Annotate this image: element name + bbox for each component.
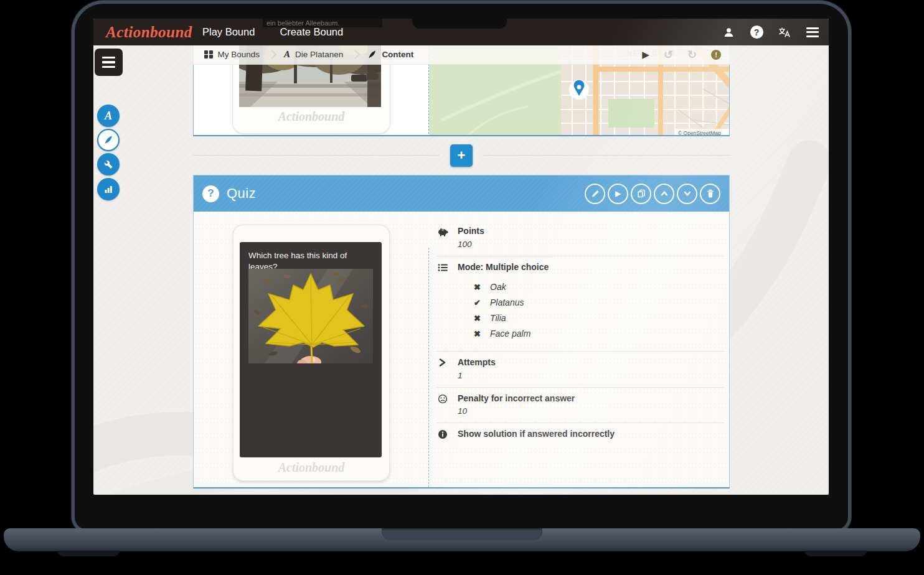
rail-bound-button[interactable]: A (97, 105, 120, 127)
points-value: 100 (458, 240, 484, 249)
rail-settings-button[interactable] (97, 153, 120, 175)
breadcrumb-my-bounds[interactable]: My Bounds (204, 50, 260, 59)
leaf-photo (248, 269, 373, 363)
quiz-details: Points 100 Mode: Multiple choice (436, 220, 724, 447)
user-icon[interactable] (721, 25, 736, 40)
bar-chart-icon (104, 185, 113, 194)
laptop-mockup: ein beliebter Alleebaum. Actionbound Pla… (0, 0, 924, 575)
attempts-value: 1 (458, 371, 496, 380)
chevron-down-icon (683, 189, 692, 198)
feather-icon (103, 135, 113, 145)
list-icon (436, 262, 455, 345)
penalty-label: Penalty for incorrect answer (458, 393, 575, 404)
attempts-label: Attempts (458, 357, 496, 368)
delete-button[interactable] (700, 184, 720, 204)
add-element-button[interactable]: + (450, 144, 473, 167)
quiz-header: ? Quiz ▶ (194, 175, 729, 212)
undo-button[interactable]: ↺ (664, 49, 673, 60)
points-row: Points 100 (436, 220, 724, 256)
solution-row: Show solution if answered incorrectly (436, 423, 724, 447)
app-screen: ein beliebter Alleebaum. Actionbound Pla… (93, 19, 829, 495)
edit-button[interactable] (585, 184, 605, 204)
breadcrumb: My Bounds A Die Platanen Content ▶ ↺ ↻ ! (193, 45, 730, 65)
divider-line (193, 155, 440, 156)
navbar-icons: ? (721, 19, 820, 45)
quiz-phone-preview: Which tree has this kind of leaves? (233, 225, 390, 481)
divider-line (483, 155, 730, 156)
quiz-type-icon: ? (202, 185, 219, 202)
help-icon[interactable]: ? (749, 25, 764, 40)
preview-play-button[interactable]: ▶ (642, 50, 649, 59)
laptop-foot (804, 551, 867, 556)
phone-watermark: Actionbound (233, 460, 389, 475)
move-up-button[interactable] (654, 184, 674, 204)
preview-detail-divider (428, 248, 429, 487)
actionbound-a-icon: A (105, 110, 112, 123)
grid-icon (204, 50, 213, 59)
answer-option: ✖ Face palm (474, 329, 549, 339)
laptop-base-notch (382, 528, 542, 540)
main-menu: Play Bound Create Bound (202, 19, 343, 45)
duplicate-button[interactable] (631, 184, 651, 204)
quiz-actions: ▶ (585, 184, 720, 204)
chevron-right-icon (436, 357, 455, 380)
chevron-up-icon (660, 189, 669, 198)
solution-label: Show solution if answered incorrectly (458, 429, 615, 440)
play-button[interactable]: ▶ (608, 184, 628, 204)
laptop-base (4, 528, 920, 551)
menu-create-bound[interactable]: Create Bound (280, 26, 343, 38)
phone-screen: Which tree has this kind of leaves? (240, 242, 382, 457)
actionbound-a-icon: A (284, 49, 290, 60)
trash-icon (706, 189, 715, 198)
rail-content-button[interactable] (97, 129, 120, 151)
points-label: Points (458, 226, 484, 237)
redo-button[interactable]: ↻ (687, 49, 697, 60)
answer-option: ✖ Oak (474, 282, 549, 292)
attempts-row: Attempts 1 (436, 352, 724, 388)
wrench-icon (104, 160, 113, 169)
quiz-body: Which tree has this kind of leaves? (194, 212, 729, 487)
penalty-row: Penalty for incorrect answer 10 (436, 388, 724, 424)
chevron-separator-icon (351, 50, 361, 60)
wrong-mark-icon: ✖ (474, 314, 483, 323)
laptop-foot (57, 551, 120, 556)
camera-notch (412, 19, 507, 29)
menu-play-bound[interactable]: Play Bound (202, 26, 255, 38)
breadcrumb-content[interactable]: Content (367, 50, 413, 59)
play-icon: ▶ (615, 190, 621, 197)
copy-icon (637, 189, 646, 198)
chevron-separator-icon (267, 50, 277, 60)
actionbound-logo[interactable]: Actionbound (106, 19, 192, 45)
map-attribution: © OpenStreetMap (678, 130, 721, 136)
warning-icon[interactable]: ! (711, 50, 721, 60)
mode-label: Mode: Multiple choice (458, 262, 549, 273)
move-down-button[interactable] (677, 184, 697, 204)
wrong-mark-icon: ✖ (474, 283, 483, 292)
penalty-value: 10 (458, 406, 575, 416)
quiz-title: Quiz (227, 185, 256, 202)
mode-row: Mode: Multiple choice ✖ Oak ✔ Platanus (436, 256, 724, 352)
rail-stats-button[interactable] (97, 178, 120, 200)
answer-options: ✖ Oak ✔ Platanus ✖ Tilia (474, 282, 549, 339)
answer-option: ✔ Platanus (474, 297, 549, 307)
smiley-icon (436, 393, 455, 416)
answer-option: ✖ Tilia (474, 313, 549, 323)
quiz-element: ? Quiz ▶ (193, 175, 730, 489)
pencil-icon (591, 189, 600, 198)
phone-watermark: Actionbound (233, 110, 390, 124)
breadcrumb-bound[interactable]: A Die Platanen (284, 49, 343, 60)
piggybank-icon (436, 226, 455, 249)
wrong-mark-icon: ✖ (474, 329, 483, 339)
feather-icon (367, 50, 377, 59)
menu-icon[interactable] (805, 25, 820, 40)
map-pin (569, 80, 589, 100)
translate-icon[interactable] (777, 25, 792, 40)
stage-toolbar: ▶ ↺ ↻ ! (642, 49, 721, 60)
sidebar-menu-button[interactable] (95, 49, 123, 76)
info-icon (436, 429, 455, 440)
correct-mark-icon: ✔ (474, 298, 483, 307)
